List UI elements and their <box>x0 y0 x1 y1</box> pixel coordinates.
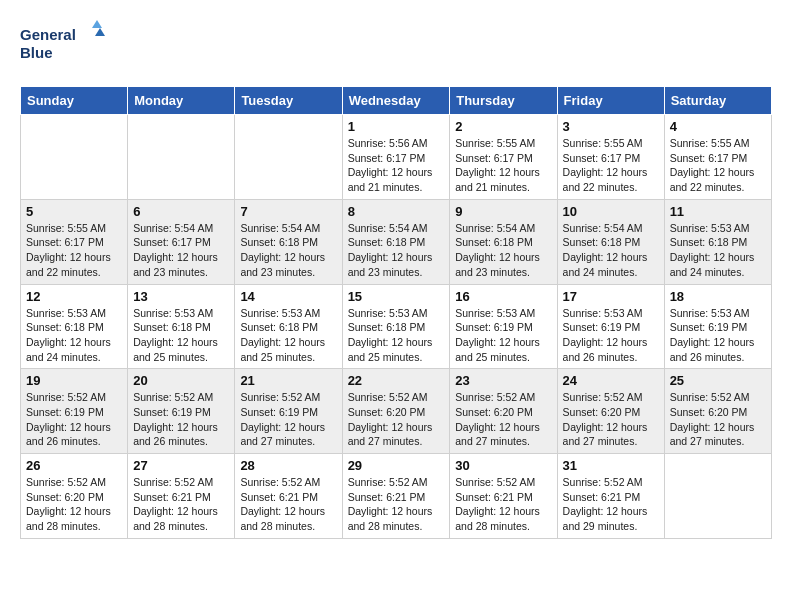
day-number: 13 <box>133 289 229 304</box>
calendar-cell: 12Sunrise: 5:53 AMSunset: 6:18 PMDayligh… <box>21 284 128 369</box>
day-number: 31 <box>563 458 659 473</box>
svg-text:Blue: Blue <box>20 44 53 61</box>
weekday-header-wednesday: Wednesday <box>342 87 450 115</box>
day-number: 1 <box>348 119 445 134</box>
day-number: 22 <box>348 373 445 388</box>
calendar-cell: 21Sunrise: 5:52 AMSunset: 6:19 PMDayligh… <box>235 369 342 454</box>
day-number: 28 <box>240 458 336 473</box>
day-info: Sunrise: 5:54 AMSunset: 6:18 PMDaylight:… <box>240 221 336 280</box>
day-number: 15 <box>348 289 445 304</box>
calendar-cell <box>664 454 771 539</box>
day-info: Sunrise: 5:52 AMSunset: 6:19 PMDaylight:… <box>26 390 122 449</box>
calendar-week-row-1: 1Sunrise: 5:56 AMSunset: 6:17 PMDaylight… <box>21 115 772 200</box>
day-info: Sunrise: 5:54 AMSunset: 6:18 PMDaylight:… <box>455 221 551 280</box>
day-number: 24 <box>563 373 659 388</box>
calendar-cell: 8Sunrise: 5:54 AMSunset: 6:18 PMDaylight… <box>342 199 450 284</box>
day-info: Sunrise: 5:52 AMSunset: 6:21 PMDaylight:… <box>563 475 659 534</box>
day-number: 14 <box>240 289 336 304</box>
calendar-cell: 1Sunrise: 5:56 AMSunset: 6:17 PMDaylight… <box>342 115 450 200</box>
calendar-cell: 14Sunrise: 5:53 AMSunset: 6:18 PMDayligh… <box>235 284 342 369</box>
day-number: 7 <box>240 204 336 219</box>
weekday-header-friday: Friday <box>557 87 664 115</box>
day-info: Sunrise: 5:52 AMSunset: 6:21 PMDaylight:… <box>348 475 445 534</box>
day-info: Sunrise: 5:56 AMSunset: 6:17 PMDaylight:… <box>348 136 445 195</box>
svg-marker-2 <box>92 20 102 28</box>
calendar-cell: 17Sunrise: 5:53 AMSunset: 6:19 PMDayligh… <box>557 284 664 369</box>
day-number: 12 <box>26 289 122 304</box>
day-number: 2 <box>455 119 551 134</box>
day-info: Sunrise: 5:55 AMSunset: 6:17 PMDaylight:… <box>670 136 766 195</box>
calendar-cell: 27Sunrise: 5:52 AMSunset: 6:21 PMDayligh… <box>128 454 235 539</box>
calendar-cell: 29Sunrise: 5:52 AMSunset: 6:21 PMDayligh… <box>342 454 450 539</box>
day-number: 30 <box>455 458 551 473</box>
weekday-header-saturday: Saturday <box>664 87 771 115</box>
calendar-cell: 2Sunrise: 5:55 AMSunset: 6:17 PMDaylight… <box>450 115 557 200</box>
calendar-cell: 26Sunrise: 5:52 AMSunset: 6:20 PMDayligh… <box>21 454 128 539</box>
day-info: Sunrise: 5:54 AMSunset: 6:17 PMDaylight:… <box>133 221 229 280</box>
day-info: Sunrise: 5:52 AMSunset: 6:20 PMDaylight:… <box>26 475 122 534</box>
logo: General Blue <box>20 20 110 70</box>
calendar-cell: 5Sunrise: 5:55 AMSunset: 6:17 PMDaylight… <box>21 199 128 284</box>
weekday-header-sunday: Sunday <box>21 87 128 115</box>
day-number: 18 <box>670 289 766 304</box>
calendar-week-row-5: 26Sunrise: 5:52 AMSunset: 6:20 PMDayligh… <box>21 454 772 539</box>
weekday-header-monday: Monday <box>128 87 235 115</box>
day-number: 4 <box>670 119 766 134</box>
day-number: 10 <box>563 204 659 219</box>
calendar-cell: 9Sunrise: 5:54 AMSunset: 6:18 PMDaylight… <box>450 199 557 284</box>
calendar-cell: 31Sunrise: 5:52 AMSunset: 6:21 PMDayligh… <box>557 454 664 539</box>
day-number: 20 <box>133 373 229 388</box>
calendar-cell: 13Sunrise: 5:53 AMSunset: 6:18 PMDayligh… <box>128 284 235 369</box>
day-info: Sunrise: 5:52 AMSunset: 6:21 PMDaylight:… <box>133 475 229 534</box>
day-info: Sunrise: 5:53 AMSunset: 6:19 PMDaylight:… <box>670 306 766 365</box>
day-info: Sunrise: 5:52 AMSunset: 6:20 PMDaylight:… <box>455 390 551 449</box>
day-info: Sunrise: 5:52 AMSunset: 6:20 PMDaylight:… <box>348 390 445 449</box>
day-number: 27 <box>133 458 229 473</box>
svg-marker-3 <box>95 28 105 36</box>
calendar-cell: 16Sunrise: 5:53 AMSunset: 6:19 PMDayligh… <box>450 284 557 369</box>
weekday-header-row: SundayMondayTuesdayWednesdayThursdayFrid… <box>21 87 772 115</box>
calendar-week-row-2: 5Sunrise: 5:55 AMSunset: 6:17 PMDaylight… <box>21 199 772 284</box>
day-number: 9 <box>455 204 551 219</box>
day-info: Sunrise: 5:55 AMSunset: 6:17 PMDaylight:… <box>455 136 551 195</box>
day-number: 16 <box>455 289 551 304</box>
day-info: Sunrise: 5:52 AMSunset: 6:20 PMDaylight:… <box>563 390 659 449</box>
calendar-cell <box>128 115 235 200</box>
calendar-cell: 28Sunrise: 5:52 AMSunset: 6:21 PMDayligh… <box>235 454 342 539</box>
day-number: 6 <box>133 204 229 219</box>
day-number: 26 <box>26 458 122 473</box>
weekday-header-tuesday: Tuesday <box>235 87 342 115</box>
calendar-cell: 10Sunrise: 5:54 AMSunset: 6:18 PMDayligh… <box>557 199 664 284</box>
day-number: 25 <box>670 373 766 388</box>
day-info: Sunrise: 5:52 AMSunset: 6:21 PMDaylight:… <box>455 475 551 534</box>
day-info: Sunrise: 5:53 AMSunset: 6:18 PMDaylight:… <box>670 221 766 280</box>
day-number: 17 <box>563 289 659 304</box>
day-info: Sunrise: 5:52 AMSunset: 6:19 PMDaylight:… <box>133 390 229 449</box>
day-info: Sunrise: 5:52 AMSunset: 6:21 PMDaylight:… <box>240 475 336 534</box>
day-info: Sunrise: 5:53 AMSunset: 6:18 PMDaylight:… <box>348 306 445 365</box>
calendar-cell <box>21 115 128 200</box>
calendar-cell: 19Sunrise: 5:52 AMSunset: 6:19 PMDayligh… <box>21 369 128 454</box>
day-info: Sunrise: 5:53 AMSunset: 6:19 PMDaylight:… <box>455 306 551 365</box>
calendar-cell: 15Sunrise: 5:53 AMSunset: 6:18 PMDayligh… <box>342 284 450 369</box>
calendar-cell: 25Sunrise: 5:52 AMSunset: 6:20 PMDayligh… <box>664 369 771 454</box>
calendar-cell: 11Sunrise: 5:53 AMSunset: 6:18 PMDayligh… <box>664 199 771 284</box>
day-info: Sunrise: 5:54 AMSunset: 6:18 PMDaylight:… <box>563 221 659 280</box>
day-info: Sunrise: 5:53 AMSunset: 6:18 PMDaylight:… <box>240 306 336 365</box>
weekday-header-thursday: Thursday <box>450 87 557 115</box>
day-info: Sunrise: 5:55 AMSunset: 6:17 PMDaylight:… <box>563 136 659 195</box>
calendar-cell: 6Sunrise: 5:54 AMSunset: 6:17 PMDaylight… <box>128 199 235 284</box>
calendar-cell: 18Sunrise: 5:53 AMSunset: 6:19 PMDayligh… <box>664 284 771 369</box>
day-number: 5 <box>26 204 122 219</box>
calendar-week-row-4: 19Sunrise: 5:52 AMSunset: 6:19 PMDayligh… <box>21 369 772 454</box>
calendar-cell <box>235 115 342 200</box>
calendar-cell: 23Sunrise: 5:52 AMSunset: 6:20 PMDayligh… <box>450 369 557 454</box>
day-info: Sunrise: 5:55 AMSunset: 6:17 PMDaylight:… <box>26 221 122 280</box>
day-number: 19 <box>26 373 122 388</box>
calendar-cell: 7Sunrise: 5:54 AMSunset: 6:18 PMDaylight… <box>235 199 342 284</box>
day-number: 23 <box>455 373 551 388</box>
calendar-cell: 24Sunrise: 5:52 AMSunset: 6:20 PMDayligh… <box>557 369 664 454</box>
day-info: Sunrise: 5:53 AMSunset: 6:18 PMDaylight:… <box>133 306 229 365</box>
calendar-cell: 20Sunrise: 5:52 AMSunset: 6:19 PMDayligh… <box>128 369 235 454</box>
day-number: 3 <box>563 119 659 134</box>
